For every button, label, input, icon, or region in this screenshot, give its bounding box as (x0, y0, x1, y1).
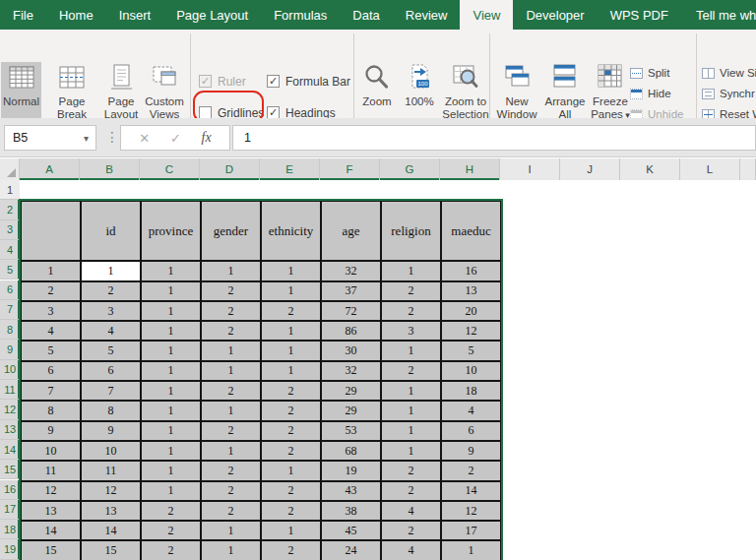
cell-r6-c5[interactable]: 1 (262, 362, 322, 382)
cell-r12-c6[interactable]: 43 (322, 482, 382, 502)
tab-developer[interactable]: Developer (513, 0, 597, 30)
column-header-H[interactable]: H (440, 158, 500, 180)
cell-r5-c5[interactable]: 1 (262, 342, 322, 361)
tab-view[interactable]: View (460, 0, 513, 30)
cell-r3-c2[interactable]: 3 (82, 302, 142, 322)
cell-r11-c7[interactable]: 2 (382, 462, 442, 481)
cell-r11-c4[interactable]: 2 (202, 462, 262, 481)
cell-r8-c8[interactable]: 4 (442, 402, 502, 421)
cell-r10-c4[interactable]: 1 (202, 442, 262, 462)
cell-r6-c8[interactable]: 10 (442, 362, 502, 382)
cell-r14-c3[interactable]: 2 (142, 522, 202, 541)
tell-me-box[interactable]: Tell me what you (681, 0, 756, 30)
cell-r1-c4[interactable]: 1 (202, 262, 262, 281)
cell-r15-c3[interactable]: 2 (142, 541, 202, 560)
cell-r7-c3[interactable]: 1 (142, 382, 202, 402)
row-header-10[interactable]: 10 (0, 360, 20, 380)
cell-r10-c1[interactable]: 10 (22, 442, 82, 462)
column-header-A[interactable]: A (20, 158, 80, 180)
formula-bar-checkbox[interactable]: ✓ Formula Bar (267, 74, 350, 89)
cell-r8-c1[interactable]: 8 (22, 402, 82, 421)
row-header-18[interactable]: 18 (0, 520, 20, 539)
cell-r2-c4[interactable]: 2 (202, 282, 262, 302)
cell-r9-c3[interactable]: 1 (142, 422, 202, 442)
cell-r2-c8[interactable]: 13 (442, 282, 502, 302)
cell-r14-c8[interactable]: 17 (442, 522, 502, 541)
cell-r7-c7[interactable]: 1 (382, 382, 442, 402)
cell-r12-c8[interactable]: 14 (442, 482, 502, 502)
cell-r9-c2[interactable]: 9 (82, 422, 142, 442)
cell-r7-c8[interactable]: 18 (442, 382, 502, 402)
row-header-17[interactable]: 17 (0, 500, 20, 520)
cell-r6-c3[interactable]: 1 (142, 362, 202, 382)
cell-r1-c8[interactable]: 16 (442, 262, 502, 281)
table-header-blank[interactable] (22, 202, 82, 262)
cell-r3-c3[interactable]: 1 (142, 302, 202, 322)
enter-icon[interactable]: ✓ (170, 131, 181, 146)
row-header-5[interactable]: 5 (0, 260, 20, 280)
cell-r3-c7[interactable]: 2 (382, 302, 442, 322)
cell-r10-c5[interactable]: 2 (262, 442, 322, 462)
cell-r10-c2[interactable]: 10 (82, 442, 142, 462)
cell-r13-c4[interactable]: 2 (202, 502, 262, 522)
tab-formulas[interactable]: Formulas (261, 0, 340, 30)
cell-r1-c6[interactable]: 32 (322, 262, 382, 281)
cell-r7-c1[interactable]: 7 (22, 382, 82, 402)
cell-r2-c7[interactable]: 2 (382, 282, 442, 302)
cell-r8-c5[interactable]: 2 (262, 402, 322, 421)
cell-r13-c2[interactable]: 13 (82, 502, 142, 522)
cell-r5-c2[interactable]: 5 (82, 342, 142, 361)
cell-r7-c2[interactable]: 7 (82, 382, 142, 402)
table-header-ethnicity[interactable]: ethnicity (262, 202, 322, 262)
select-all-corner[interactable] (0, 158, 20, 180)
row-header-11[interactable]: 11 (0, 380, 20, 400)
cell-r2-c1[interactable]: 2 (22, 282, 82, 302)
column-header-C[interactable]: C (140, 158, 200, 180)
column-header-L[interactable]: L (680, 158, 740, 180)
name-box[interactable]: B5 ▾ (4, 125, 96, 151)
view-side-by-side-button[interactable]: View Si (702, 65, 756, 81)
cell-r10-c8[interactable]: 9 (442, 442, 502, 462)
column-header-D[interactable]: D (200, 158, 260, 180)
cell-r3-c5[interactable]: 2 (262, 302, 322, 322)
cell-r8-c7[interactable]: 1 (382, 402, 442, 421)
cell-r14-c6[interactable]: 45 (322, 522, 382, 541)
row-header-4[interactable]: 4 (0, 240, 20, 260)
cell-r1-c5[interactable]: 1 (262, 262, 322, 281)
cell-r11-c2[interactable]: 11 (82, 462, 142, 481)
cell-r11-c3[interactable]: 1 (142, 462, 202, 481)
row-header-6[interactable]: 6 (0, 280, 20, 300)
row-header-1[interactable]: 1 (0, 180, 20, 200)
column-header-F[interactable]: F (320, 158, 380, 180)
row-header-12[interactable]: 12 (0, 400, 20, 419)
cell-r14-c1[interactable]: 14 (22, 522, 82, 541)
cell-r14-c2[interactable]: 14 (82, 522, 142, 541)
row-header-8[interactable]: 8 (0, 320, 20, 340)
cell-r9-c7[interactable]: 1 (382, 422, 442, 442)
cell-r4-c8[interactable]: 12 (442, 322, 502, 342)
cell-r13-c5[interactable]: 2 (262, 502, 322, 522)
cell-r10-c3[interactable]: 1 (142, 442, 202, 462)
row-header-14[interactable]: 14 (0, 440, 20, 460)
cell-r1-c3[interactable]: 1 (142, 262, 202, 281)
cell-r8-c2[interactable]: 8 (82, 402, 142, 421)
cell-r13-c6[interactable]: 38 (322, 502, 382, 522)
column-header-B[interactable]: B (80, 158, 140, 180)
cell-r15-c5[interactable]: 2 (262, 541, 322, 560)
cell-r15-c4[interactable]: 1 (202, 541, 262, 560)
row-header-9[interactable]: 9 (0, 340, 20, 359)
row-header-16[interactable]: 16 (0, 480, 20, 500)
column-header-K[interactable]: K (620, 158, 680, 180)
tab-insert[interactable]: Insert (106, 0, 164, 30)
table-header-maeduc[interactable]: maeduc (442, 202, 502, 262)
cell-r6-c2[interactable]: 6 (82, 362, 142, 382)
cell-r10-c7[interactable]: 1 (382, 442, 442, 462)
cell-r3-c6[interactable]: 72 (322, 302, 382, 322)
cell-r15-c7[interactable]: 4 (382, 541, 442, 560)
cell-r6-c6[interactable]: 32 (322, 362, 382, 382)
ruler-checkbox[interactable]: ✓ Ruler (199, 74, 246, 89)
cell-r15-c2[interactable]: 15 (82, 541, 142, 560)
cell-r3-c4[interactable]: 2 (202, 302, 262, 322)
cell-r12-c7[interactable]: 2 (382, 482, 442, 502)
row-header-7[interactable]: 7 (0, 300, 20, 320)
